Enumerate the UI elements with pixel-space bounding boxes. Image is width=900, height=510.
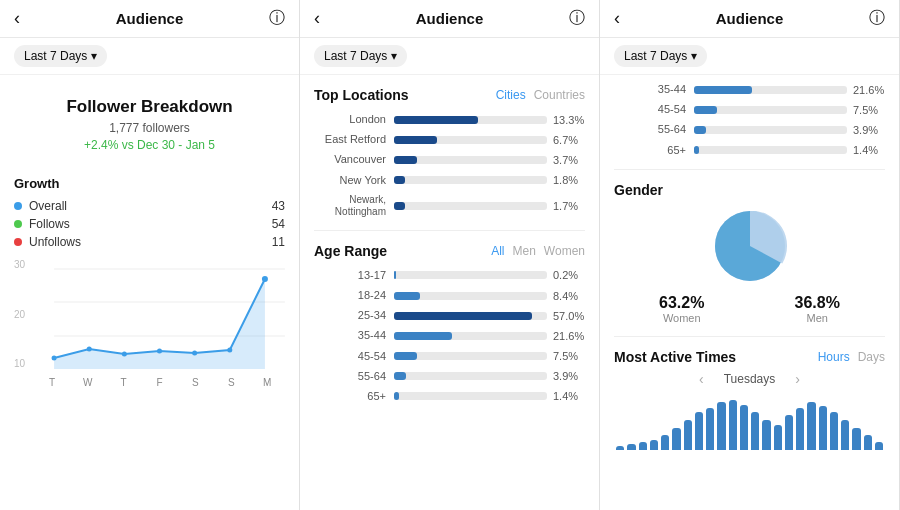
age-label-45-54: 45-54 bbox=[314, 350, 386, 363]
date-filter-1: Last 7 Days ▾ bbox=[0, 38, 299, 75]
tab-cities[interactable]: Cities bbox=[496, 88, 526, 102]
age-45-54: 45-54 7.5% bbox=[314, 350, 585, 363]
info-icon-2[interactable]: ⓘ bbox=[569, 8, 585, 29]
activity-bar-19 bbox=[830, 412, 838, 450]
x-S1: S bbox=[177, 377, 213, 388]
back-icon-3[interactable]: ‹ bbox=[614, 8, 620, 29]
age3-bar-pct-55-64: 3.9% bbox=[853, 124, 885, 136]
nav-prev-icon[interactable]: ‹ bbox=[699, 371, 704, 387]
bar-pct-vancouver: 3.7% bbox=[553, 154, 585, 166]
svg-point-4 bbox=[52, 356, 57, 361]
info-icon[interactable]: ⓘ bbox=[269, 8, 285, 29]
bar-fill-45-54 bbox=[394, 352, 417, 360]
bar-track-london bbox=[394, 116, 547, 124]
bar-fill-eastretford bbox=[394, 136, 437, 144]
nav-next-icon[interactable]: › bbox=[795, 371, 800, 387]
age3-bar-track-65-plus bbox=[694, 146, 847, 154]
activity-bar-8 bbox=[706, 408, 714, 450]
age-25-34: 25-34 57.0% bbox=[314, 309, 585, 322]
panel2-header: ‹ Audience ⓘ bbox=[300, 0, 599, 38]
activity-bar-17 bbox=[807, 402, 815, 450]
panel1-title: Audience bbox=[116, 10, 184, 27]
panel1-header: ‹ Audience ⓘ bbox=[0, 0, 299, 38]
activity-bar-1 bbox=[627, 444, 635, 450]
activity-bar-22 bbox=[864, 435, 872, 450]
bar-fill-london bbox=[394, 116, 478, 124]
bar-pct-london: 13.3% bbox=[553, 114, 585, 126]
panel3-content: 35-44 21.6% 45-54 7.5% 55-64 3.9% bbox=[600, 75, 899, 510]
svg-point-10 bbox=[262, 276, 268, 282]
panel-locations: ‹ Audience ⓘ Last 7 Days ▾ Top Locations… bbox=[300, 0, 600, 510]
activity-bar-2 bbox=[639, 442, 647, 450]
activity-bar-5 bbox=[672, 428, 680, 450]
location-newark: Newark, Nottingham 1.7% bbox=[314, 194, 585, 218]
follows-dot bbox=[14, 220, 22, 228]
activity-bar-20 bbox=[841, 420, 849, 450]
svg-point-9 bbox=[227, 348, 232, 353]
follows-label: Follows bbox=[29, 217, 272, 231]
bar-pct-18-24: 8.4% bbox=[553, 290, 585, 302]
overall-value: 43 bbox=[272, 199, 285, 213]
bar-pct-35-44: 21.6% bbox=[553, 330, 585, 342]
bar-pct-newark: 1.7% bbox=[553, 200, 585, 212]
age3-bar-fill-65-plus bbox=[694, 146, 699, 154]
activity-bar-3 bbox=[650, 440, 658, 450]
x-axis-labels: T W T F S S M bbox=[14, 377, 285, 388]
age3-label-45-54: 45-54 bbox=[614, 103, 686, 116]
age3-label-35-44: 35-44 bbox=[614, 83, 686, 96]
bar-fill-65-plus bbox=[394, 392, 399, 400]
unfollows-dot bbox=[14, 238, 22, 246]
activity-bar-10 bbox=[729, 400, 737, 450]
date-filter-btn-1[interactable]: Last 7 Days ▾ bbox=[14, 45, 107, 67]
age3-label-65-plus: 65+ bbox=[614, 144, 686, 157]
growth-item-overall: Overall 43 bbox=[14, 199, 285, 213]
bar-fill-vancouver bbox=[394, 156, 417, 164]
age3-bar-track-35-44 bbox=[694, 86, 847, 94]
back-icon[interactable]: ‹ bbox=[14, 8, 20, 29]
age3-bar-track-45-54 bbox=[694, 106, 847, 114]
tab-hours[interactable]: Hours bbox=[818, 350, 850, 364]
top-locations-header: Top Locations Cities Countries bbox=[314, 87, 585, 103]
age-18-24: 18-24 8.4% bbox=[314, 289, 585, 302]
gender-pie-chart bbox=[710, 206, 790, 286]
tab-men[interactable]: Men bbox=[513, 244, 536, 258]
age-range-title: Age Range bbox=[314, 243, 387, 259]
gender-labels: 63.2% Women 36.8% Men bbox=[614, 294, 885, 324]
bar-pct-13-17: 0.2% bbox=[553, 269, 585, 281]
activity-bar-23 bbox=[875, 442, 883, 450]
tab-countries[interactable]: Countries bbox=[534, 88, 585, 102]
bar-pct-65-plus: 1.4% bbox=[553, 390, 585, 402]
bar-fill-18-24 bbox=[394, 292, 420, 300]
activity-bar-14 bbox=[774, 425, 782, 450]
location-eastretford: East Retford 6.7% bbox=[314, 133, 585, 146]
bar-pct-newyork: 1.8% bbox=[553, 174, 585, 186]
tab-all[interactable]: All bbox=[491, 244, 504, 258]
date-filter-2: Last 7 Days ▾ bbox=[300, 38, 599, 75]
activity-bars bbox=[614, 395, 885, 450]
tab-days[interactable]: Days bbox=[858, 350, 885, 364]
age3-55-64: 55-64 3.9% bbox=[614, 123, 885, 136]
date-filter-btn-3[interactable]: Last 7 Days ▾ bbox=[614, 45, 707, 67]
x-T2: T bbox=[106, 377, 142, 388]
age-35-44: 35-44 21.6% bbox=[314, 329, 585, 342]
age3-bar-pct-45-54: 7.5% bbox=[853, 104, 885, 116]
bar-track-45-54 bbox=[394, 352, 547, 360]
nav-day: Tuesdays bbox=[724, 372, 776, 386]
tab-women[interactable]: Women bbox=[544, 244, 585, 258]
date-filter-btn-2[interactable]: Last 7 Days ▾ bbox=[314, 45, 407, 67]
svg-point-7 bbox=[157, 349, 162, 354]
women-pct: 63.2% bbox=[659, 294, 704, 312]
age3-bar-track-55-64 bbox=[694, 126, 847, 134]
panel2-content: Top Locations Cities Countries London 13… bbox=[300, 75, 599, 510]
age3-45-54: 45-54 7.5% bbox=[614, 103, 885, 116]
info-icon-3[interactable]: ⓘ bbox=[869, 8, 885, 29]
growth-chart: 30 20 10 bbox=[14, 259, 285, 379]
back-icon-2[interactable]: ‹ bbox=[314, 8, 320, 29]
age3-bar-fill-35-44 bbox=[694, 86, 752, 94]
bar-fill-newyork bbox=[394, 176, 405, 184]
bar-track-vancouver bbox=[394, 156, 547, 164]
bar-pct-55-64: 3.9% bbox=[553, 370, 585, 382]
svg-point-6 bbox=[122, 352, 127, 357]
activity-bar-12 bbox=[751, 412, 759, 450]
location-name-london: London bbox=[314, 113, 386, 126]
